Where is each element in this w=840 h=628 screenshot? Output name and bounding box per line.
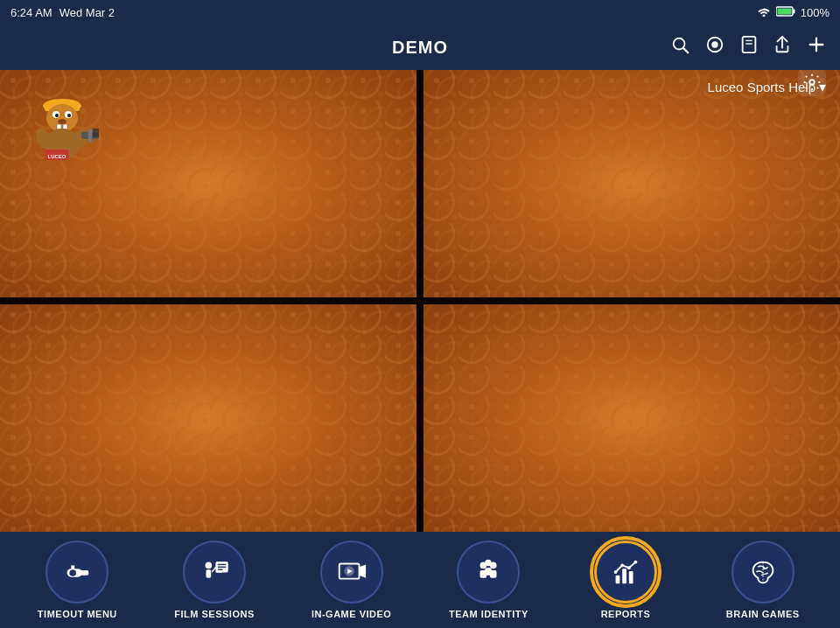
svg-point-55 <box>486 560 493 567</box>
svg-rect-7 <box>743 37 756 52</box>
mascot-container: LUCEO <box>14 77 110 173</box>
chevron-down-icon: ▾ <box>819 79 826 95</box>
reports-icon <box>609 555 642 589</box>
in-game-video-icon-circle <box>320 541 383 604</box>
bottom-nav: TIMEOUT MENU FILM SESSIONS <box>0 532 840 628</box>
svg-point-6 <box>711 41 718 47</box>
svg-point-61 <box>620 564 624 568</box>
svg-point-15 <box>46 104 78 132</box>
status-date: Wed Mar 2 <box>60 6 115 19</box>
brain-games-icon-circle <box>732 541 794 604</box>
svg-point-62 <box>627 566 631 569</box>
brain-games-label: BRAIN GAMES <box>726 609 800 619</box>
svg-point-60 <box>614 570 618 574</box>
svg-point-19 <box>67 114 71 117</box>
svg-rect-59 <box>629 571 634 583</box>
svg-point-37 <box>70 569 77 576</box>
svg-rect-57 <box>616 576 620 584</box>
status-time: 6:24 AM <box>10 6 52 19</box>
timeout-menu-icon-circle <box>46 541 108 604</box>
team-identity-icon-circle <box>457 541 520 604</box>
nav-right <box>670 35 826 59</box>
svg-point-63 <box>634 561 638 564</box>
help-text: Luceo Sports Help <box>708 80 816 94</box>
logo-area: LUCEO <box>14 77 110 173</box>
nav-item-film-sessions[interactable]: FILM SESSIONS <box>146 541 284 619</box>
app-title: DEMO <box>392 38 448 58</box>
bookmark-icon[interactable] <box>740 35 758 59</box>
reports-label: REPORTS <box>601 609 651 619</box>
nav-item-reports[interactable]: REPORTS <box>557 541 695 619</box>
svg-point-39 <box>206 562 213 569</box>
svg-line-4 <box>683 48 688 52</box>
svg-rect-40 <box>206 569 212 578</box>
nav-item-timeout-menu[interactable]: TIMEOUT MENU <box>9 541 146 619</box>
share-icon[interactable] <box>774 35 791 59</box>
svg-rect-36 <box>80 570 89 576</box>
svg-text:LUCEO: LUCEO <box>48 154 66 159</box>
timeout-menu-label: TIMEOUT MENU <box>38 609 117 619</box>
panel-br <box>424 304 840 532</box>
seam-v1 <box>416 70 424 297</box>
reports-icon-circle <box>594 541 657 604</box>
nav-item-brain-games[interactable]: BRAIN GAMES <box>694 541 831 619</box>
film-sessions-label: FILM SESSIONS <box>174 609 254 619</box>
video-icon <box>335 555 368 589</box>
wifi-icon <box>757 6 771 19</box>
svg-rect-2 <box>777 8 791 14</box>
whistle-icon <box>60 555 94 589</box>
seam-h1 <box>0 297 416 304</box>
film-sessions-icon-circle <box>183 541 246 604</box>
team-icon <box>472 555 505 589</box>
status-right: 100% <box>757 6 830 19</box>
battery-percent: 100% <box>801 6 830 19</box>
in-game-video-label: IN-GAME VIDEO <box>312 609 391 619</box>
seam-v2 <box>416 304 424 532</box>
seam-cross <box>416 297 424 304</box>
team-identity-label: TEAM IDENTITY <box>449 609 528 619</box>
svg-marker-50 <box>359 564 366 577</box>
svg-point-18 <box>55 114 59 117</box>
svg-point-20 <box>58 119 66 124</box>
help-area[interactable]: Luceo Sports Help ▾ <box>708 79 826 95</box>
mascot-icon: LUCEO <box>18 81 106 169</box>
seam-h2 <box>424 297 840 304</box>
panel-overlay <box>0 70 840 532</box>
nav-item-team-identity[interactable]: TEAM IDENTITY <box>420 541 557 619</box>
svg-rect-58 <box>622 569 626 583</box>
panel-bl <box>0 304 416 532</box>
search-icon[interactable] <box>670 35 690 59</box>
status-bar: 6:24 AM Wed Mar 2 100% <box>0 0 840 24</box>
brain-icon <box>746 555 780 589</box>
nav-bar: DEMO <box>0 24 840 70</box>
svg-rect-27 <box>88 129 92 143</box>
status-left: 6:24 AM Wed Mar 2 <box>10 6 115 19</box>
svg-rect-56 <box>486 568 493 576</box>
nav-item-in-game-video[interactable]: IN-GAME VIDEO <box>283 541 420 619</box>
svg-rect-1 <box>793 9 794 13</box>
battery-indicator <box>776 6 795 19</box>
record-icon[interactable] <box>705 35 724 59</box>
add-icon[interactable] <box>807 35 826 59</box>
film-icon <box>198 555 231 589</box>
basketball-background <box>0 70 840 532</box>
panel-tr <box>424 70 840 297</box>
svg-line-46 <box>212 567 216 572</box>
svg-rect-38 <box>72 565 75 569</box>
